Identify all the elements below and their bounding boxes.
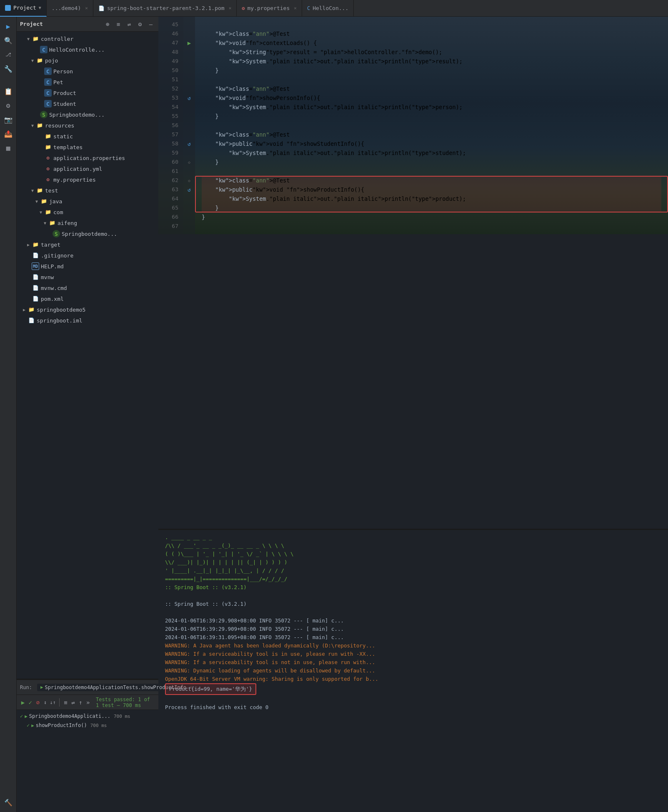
tree-item[interactable]: ⚙my.properties (17, 174, 158, 185)
close-icon[interactable]: ✕ (294, 5, 297, 11)
gutter-item (183, 148, 195, 157)
tree-arrow-icon (25, 252, 32, 259)
tree-item[interactable]: CPerson (17, 66, 158, 77)
sync-button[interactable]: ⇌ (70, 697, 76, 707)
file-icon: ⚙ (44, 176, 52, 183)
tree-item[interactable]: ▼📁resources (17, 120, 158, 131)
close-icon[interactable]: ✕ (85, 5, 88, 11)
search-strip-icon[interactable]: 🔍 (2, 34, 15, 47)
console-line: 2024-01-06T16:39:29.909+08:00 INFO 35072… (165, 625, 661, 633)
git-strip-icon[interactable]: ⎇ (2, 48, 15, 61)
line-number: 46 (158, 29, 178, 38)
code-line (202, 121, 661, 130)
code-line: } (202, 157, 661, 167)
sort-asc-button[interactable]: ↕ (43, 697, 48, 707)
code-line: "kw">public "kw">void "fn">showStudentIn… (202, 139, 661, 148)
gutter-item (183, 29, 195, 38)
tab-pom[interactable]: 📄 spring-boot-starter-parent-3.2.1.pom ✕ (93, 0, 237, 17)
rerun-button[interactable]: ▶ (20, 697, 26, 707)
reload-icon[interactable]: ↺ (188, 141, 191, 147)
tree-item[interactable]: ⚙application.properties (17, 152, 158, 163)
tab-hellocon[interactable]: C HelloCon... (302, 0, 354, 17)
left-icon-strip: ▶ 🔍 ⎇ 🔧 📋 ⚙ 📷 📤 ▦ 🔨 (0, 17, 17, 812)
gear-icon[interactable]: ⚙ (136, 20, 144, 28)
more-button[interactable]: » (85, 697, 91, 707)
grid-strip-icon[interactable]: ▦ (2, 142, 15, 154)
tree-item[interactable]: ▶📁target (17, 239, 158, 250)
console-line (165, 608, 661, 617)
tree-item[interactable]: ▼📁pojo (17, 55, 158, 66)
build-strip-icon[interactable]: 🔨 (2, 796, 15, 809)
file-icon: C (44, 78, 52, 86)
tree-item[interactable]: ▼📁controller (17, 33, 158, 44)
list-run-button[interactable]: ≡ (63, 697, 69, 707)
tree-item[interactable]: CHelloControlle... (17, 44, 158, 55)
tree-item[interactable]: 📄mvnw (17, 272, 158, 282)
run-tree-item[interactable]: ✓▶Springbootdemo4Applicati...700 ms (17, 712, 158, 721)
tab-pom-label: spring-boot-starter-parent-3.2.1.pom (107, 5, 225, 11)
tree-toolbar: Project ⊕ ≡ ⇌ ⚙ — (17, 17, 158, 32)
minimize-icon[interactable]: — (147, 20, 155, 28)
chevron-down-icon: ▼ (39, 5, 41, 10)
tree-item[interactable]: ⚙application.yml (17, 163, 158, 174)
tree-arrow-icon (38, 133, 44, 140)
tree-item[interactable]: MDHELP.md (17, 261, 158, 272)
code-editor[interactable]: 4546474849505152535455565758596061626364… (158, 17, 668, 234)
run-strip-icon[interactable]: ▶ (2, 20, 15, 32)
tree-item[interactable]: 📁static (17, 131, 158, 142)
file-name: pojo (45, 57, 58, 64)
reload-icon[interactable]: ↺ (188, 95, 191, 101)
todo-strip-icon[interactable]: 📋 (2, 85, 15, 97)
tree-item[interactable]: CStudent (17, 98, 158, 109)
close-icon[interactable]: ✕ (229, 5, 232, 11)
console-line: \\/ ___)| |_)| | | | | || (_| | ) ) ) ) (165, 558, 661, 567)
file-icon: 📁 (36, 187, 43, 194)
tree-item[interactable]: 📄mvnw.cmd (17, 282, 158, 293)
tree-item[interactable]: 📁templates (17, 142, 158, 152)
file-name: controller (41, 36, 73, 42)
tree-item[interactable]: ▼📁com (17, 207, 158, 217)
upload-strip-icon[interactable]: 📤 (2, 127, 15, 140)
sort-desc-button[interactable]: ↓↑ (50, 697, 56, 707)
tree-item[interactable]: ▼📁test (17, 185, 158, 196)
tree-item[interactable]: 📄springboot.iml (17, 315, 158, 326)
tree-item[interactable]: SSpringbootdemo... (17, 109, 158, 120)
tree-item[interactable]: ▼📁java (17, 196, 158, 207)
console-line: =========|_|==============|___/=/_/_/_/ (165, 575, 661, 583)
tree-arrow-icon: ▼ (25, 35, 32, 42)
line-number: 48 (158, 47, 178, 57)
stop-button[interactable]: ⊘ (35, 697, 41, 707)
expand-icon[interactable]: ⊕ (103, 20, 112, 28)
settings-strip-icon[interactable]: ⚙ (2, 99, 15, 112)
tab-demo4[interactable]: ...demo4) ✕ (47, 0, 93, 17)
list-icon[interactable]: ≡ (114, 20, 123, 28)
file-icon: 📄 (28, 317, 35, 324)
tree-item[interactable]: ▼📁aifeng (17, 217, 158, 228)
tree-item[interactable]: CProduct (17, 87, 158, 98)
tree-item[interactable]: 📄.gitignore (17, 250, 158, 261)
tab-project[interactable]: Project ▼ (0, 0, 47, 17)
camera-strip-icon[interactable]: 📷 (2, 113, 15, 126)
tree-item[interactable]: ▶📁springbootdemo5 (17, 304, 158, 315)
tree-item[interactable]: SSpringbootdemo... (17, 228, 158, 239)
file-name: Student (53, 101, 76, 107)
run-tree-item[interactable]: ✓▶showProductInfo()700 ms (17, 721, 158, 730)
gutter: ▶↺↺◇◇↺ (183, 17, 195, 234)
tab-myprops[interactable]: ⚙ my.properties ✕ (237, 0, 302, 17)
line-number: 50 (158, 66, 178, 75)
line-number: 49 (158, 57, 178, 66)
code-line: "kw">class="ann">@Test (202, 84, 661, 93)
tree-item[interactable]: 📄pom.xml (17, 293, 158, 304)
bookmark-icon: ◇ (188, 178, 190, 183)
up-button[interactable]: ↑ (78, 697, 83, 707)
run-arrow-icon[interactable]: ▶ (188, 40, 191, 46)
reload-icon[interactable]: ↺ (188, 187, 191, 193)
run-section: Run: ▶ Springbootdemo4ApplicationTests.s… (17, 679, 158, 812)
tools-strip-icon[interactable]: 🔧 (2, 62, 15, 75)
check-button[interactable]: ✓ (28, 697, 33, 707)
pom-icon: 📄 (98, 5, 105, 11)
code-lines: "kw">class="ann">@Test "kw">void "fn">co… (195, 17, 668, 234)
sort-icon[interactable]: ⇌ (125, 20, 133, 28)
file-icon: 📁 (44, 208, 52, 216)
tree-item[interactable]: CPet (17, 77, 158, 87)
